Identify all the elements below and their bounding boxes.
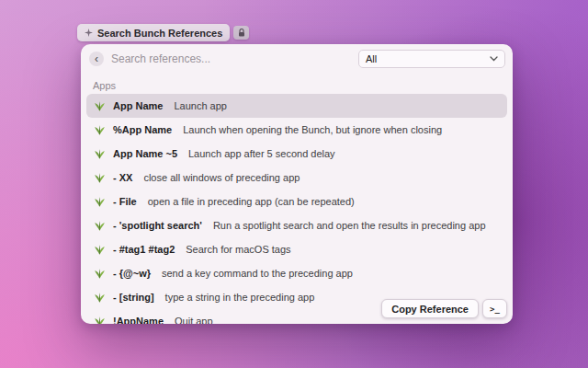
- bunch-leaf-icon: [94, 316, 106, 325]
- bunch-leaf-icon: [94, 172, 106, 184]
- filter-dropdown[interactable]: All: [358, 50, 505, 68]
- reference-code: - 'spotlight search': [113, 220, 202, 231]
- reference-code: - [string]: [113, 292, 154, 303]
- back-button[interactable]: ‹: [89, 52, 104, 66]
- bunch-leaf-icon: [94, 220, 106, 232]
- bunch-leaf-icon: [94, 244, 106, 256]
- list-item[interactable]: App Name Launch app: [86, 94, 507, 118]
- reference-desc: send a key command to the preceding app: [162, 268, 353, 279]
- reference-code: %App Name: [113, 124, 172, 135]
- reference-code: - {@~w}: [113, 268, 151, 279]
- reference-desc: Run a spotlight search and open the resu…: [213, 220, 486, 231]
- reference-code: App Name ~5: [113, 148, 177, 159]
- reference-desc: type a string in the preceding app: [165, 292, 315, 303]
- search-references-panel: ‹ All Apps App Name Launch app %App Name…: [81, 44, 513, 324]
- list-item[interactable]: - {@~w} send a key command to the preced…: [86, 261, 507, 285]
- bunch-leaf-icon: [94, 292, 106, 304]
- window-title: Search Bunch References: [97, 28, 222, 39]
- chevron-down-icon: [490, 56, 498, 62]
- window-title-pill: Search Bunch References: [77, 24, 230, 41]
- reference-code: - #tag1 #tag2: [113, 244, 175, 255]
- lock-icon: [238, 29, 245, 37]
- window-title-group: Search Bunch References: [77, 24, 249, 41]
- reference-desc: Launch app: [174, 100, 227, 111]
- list-item[interactable]: %App Name Launch when opening the Bunch,…: [86, 118, 507, 142]
- bunch-leaf-icon: [94, 124, 106, 136]
- list-item[interactable]: - File open a file in preceding app (can…: [86, 190, 507, 213]
- terminal-button[interactable]: >_: [482, 299, 507, 318]
- section-header-apps: Apps: [93, 80, 116, 91]
- reference-desc: close all windows of preceding app: [143, 172, 300, 183]
- reference-desc: Quit app: [175, 316, 213, 324]
- footer-actions: Copy Reference >_: [381, 299, 507, 318]
- list-item[interactable]: App Name ~5 Launch app after 5 second de…: [86, 142, 507, 166]
- desktop-background: Search Bunch References ‹ All Apps App N…: [0, 0, 588, 368]
- list-item[interactable]: - #tag1 #tag2 Search for macOS tags: [86, 237, 507, 261]
- reference-desc: open a file in preceding app (can be rep…: [148, 196, 355, 207]
- bunch-leaf-icon: [94, 196, 106, 208]
- reference-list: App Name Launch app %App Name Launch whe…: [86, 94, 507, 324]
- reference-desc: Search for macOS tags: [186, 244, 290, 255]
- lock-button[interactable]: [233, 26, 249, 40]
- reference-desc: Launch app after 5 second delay: [188, 148, 335, 159]
- list-item[interactable]: - 'spotlight search' Run a spotlight sea…: [86, 213, 507, 237]
- bunch-leaf-icon: [94, 148, 106, 160]
- list-item[interactable]: - XX close all windows of preceding app: [86, 166, 507, 190]
- reference-code: !AppName: [113, 316, 164, 324]
- copy-reference-button[interactable]: Copy Reference: [381, 299, 479, 318]
- filter-value: All: [366, 53, 377, 64]
- reference-code: App Name: [113, 100, 163, 111]
- bunch-menu-icon: [85, 29, 93, 37]
- bunch-leaf-icon: [94, 100, 106, 112]
- bunch-leaf-icon: [94, 268, 106, 280]
- reference-code: - XX: [113, 172, 132, 183]
- reference-code: - File: [113, 196, 137, 207]
- search-input[interactable]: [111, 49, 387, 69]
- reference-desc: Launch when opening the Bunch, but ignor…: [183, 124, 442, 135]
